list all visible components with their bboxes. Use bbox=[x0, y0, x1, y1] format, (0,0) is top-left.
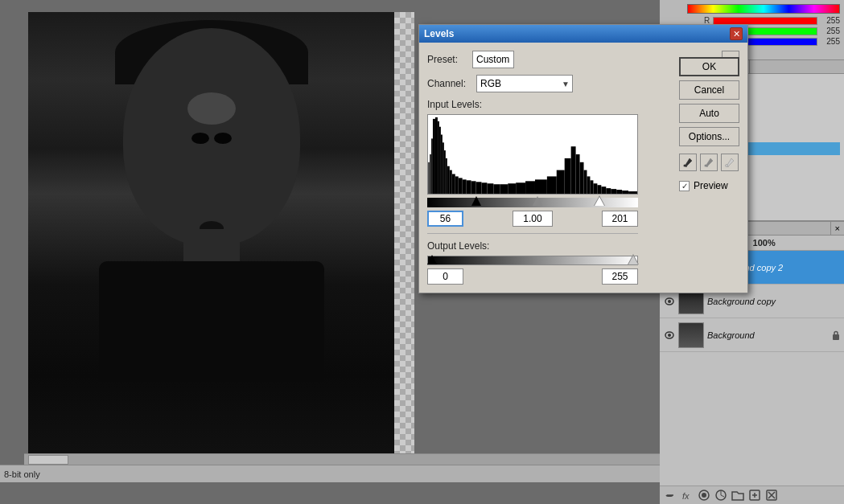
svg-rect-30 bbox=[467, 180, 471, 194]
svg-rect-40 bbox=[535, 179, 547, 194]
svg-rect-28 bbox=[459, 178, 463, 194]
svg-rect-37 bbox=[508, 183, 516, 194]
black-point-slider[interactable] bbox=[471, 196, 481, 206]
svg-rect-45 bbox=[576, 154, 580, 194]
svg-rect-26 bbox=[452, 174, 455, 195]
svg-rect-33 bbox=[481, 182, 487, 194]
preview-row: ✓ Preview bbox=[679, 180, 739, 191]
layer-name: Background copy bbox=[707, 297, 776, 306]
white-eyedropper-button[interactable] bbox=[721, 154, 739, 171]
svg-rect-34 bbox=[487, 183, 493, 194]
input-black-value[interactable] bbox=[427, 211, 463, 227]
delete-layer-icon[interactable] bbox=[765, 489, 778, 502]
auto-button[interactable]: Auto bbox=[679, 104, 739, 123]
white-eyedropper-icon bbox=[724, 157, 735, 168]
svg-point-9 bbox=[702, 493, 706, 498]
eye-left bbox=[191, 133, 209, 144]
channel-select-wrapper: RGB ▼ bbox=[476, 75, 573, 92]
svg-rect-16 bbox=[433, 119, 435, 194]
svg-rect-39 bbox=[525, 181, 535, 194]
channel-label: Channel: bbox=[427, 78, 471, 89]
layer-bottom-bar: fx bbox=[660, 486, 844, 504]
svg-rect-13 bbox=[428, 162, 430, 194]
input-values-row bbox=[427, 211, 638, 227]
output-levels-label: Output Levels: bbox=[427, 240, 638, 252]
layer-thumb bbox=[678, 322, 704, 348]
dialog-body: Preset: Custom ▼ ≡ Channel: RGB ▼ Input bbox=[419, 43, 747, 293]
svg-rect-54 bbox=[611, 189, 616, 194]
svg-rect-42 bbox=[557, 170, 565, 194]
bit-depth-info: 8-bit only bbox=[4, 469, 40, 479]
output-white-slider-fill[interactable] bbox=[628, 256, 638, 264]
svg-rect-55 bbox=[616, 190, 622, 194]
preset-select[interactable]: Custom bbox=[472, 51, 514, 68]
h-scrollbar[interactable] bbox=[24, 453, 660, 465]
svg-rect-51 bbox=[597, 185, 601, 194]
options-button[interactable]: Options... bbox=[679, 127, 739, 146]
svg-rect-17 bbox=[435, 117, 438, 194]
ok-button[interactable]: OK bbox=[679, 57, 739, 76]
svg-rect-57 bbox=[628, 191, 637, 194]
r-slider[interactable] bbox=[713, 17, 817, 25]
scrollbar-thumb[interactable] bbox=[28, 455, 68, 465]
white-point-slider-fill[interactable] bbox=[595, 197, 604, 206]
g-value: 255 bbox=[820, 27, 840, 35]
adjustment-icon[interactable] bbox=[714, 489, 727, 502]
svg-rect-25 bbox=[450, 170, 452, 194]
gray-eyedropper-button[interactable] bbox=[700, 154, 718, 171]
svg-point-58 bbox=[684, 165, 686, 167]
cancel-button[interactable]: Cancel bbox=[679, 80, 739, 100]
layers-panel-close[interactable]: × bbox=[830, 222, 844, 235]
layer-visibility-icon[interactable] bbox=[664, 330, 675, 341]
output-slider-wrapper bbox=[427, 256, 638, 265]
section-divider bbox=[427, 233, 638, 234]
input-white-value[interactable] bbox=[602, 211, 638, 227]
gray-eyedropper-icon bbox=[703, 157, 714, 168]
eye-right bbox=[214, 133, 232, 144]
output-black-value[interactable] bbox=[427, 268, 463, 285]
channel-select[interactable]: RGB bbox=[476, 75, 573, 92]
layer-visibility-icon[interactable] bbox=[664, 296, 675, 307]
svg-text:fx: fx bbox=[682, 491, 690, 501]
output-white-value[interactable] bbox=[602, 268, 638, 285]
layer-name: Background bbox=[707, 330, 755, 340]
bottom-toolbar: 8-bit only bbox=[0, 465, 660, 482]
dialog-close-button[interactable]: ✕ bbox=[730, 27, 743, 40]
svg-rect-18 bbox=[438, 121, 439, 194]
svg-rect-23 bbox=[446, 158, 447, 194]
dialog-buttons: OK Cancel Auto Options... bbox=[679, 57, 739, 191]
input-slider-container bbox=[427, 198, 638, 207]
input-levels-label: Input Levels: bbox=[427, 99, 638, 110]
input-mid-value[interactable] bbox=[513, 211, 553, 227]
black-eyedropper-button[interactable] bbox=[679, 154, 697, 171]
svg-rect-29 bbox=[463, 179, 467, 194]
preview-label: Preview bbox=[694, 180, 728, 191]
svg-rect-49 bbox=[590, 180, 593, 194]
svg-rect-50 bbox=[593, 183, 597, 194]
preview-checkbox[interactable]: ✓ bbox=[679, 181, 690, 191]
svg-rect-19 bbox=[439, 127, 441, 194]
levels-dialog: Levels ✕ Preset: Custom ▼ ≡ Channel: RGB… bbox=[418, 24, 748, 293]
layer-item[interactable]: Background bbox=[660, 318, 844, 352]
output-black-slider[interactable] bbox=[427, 255, 437, 264]
svg-rect-24 bbox=[447, 166, 450, 194]
svg-point-5 bbox=[668, 334, 671, 337]
input-slider-track[interactable] bbox=[427, 198, 638, 207]
output-values-row bbox=[427, 268, 638, 285]
midtone-slider[interactable] bbox=[533, 196, 542, 206]
dialog-titlebar: Levels ✕ bbox=[419, 25, 747, 43]
forehead-highlight bbox=[187, 92, 236, 125]
folder-icon[interactable] bbox=[731, 489, 744, 502]
dialog-title: Levels bbox=[424, 28, 454, 39]
fill-value: 100% bbox=[753, 238, 776, 248]
color-swatch-bar bbox=[687, 4, 840, 14]
new-layer-icon[interactable] bbox=[748, 489, 761, 502]
mask-icon[interactable] bbox=[698, 489, 710, 502]
fx-icon[interactable]: fx bbox=[681, 489, 694, 502]
svg-rect-52 bbox=[601, 186, 606, 194]
output-slider-track[interactable] bbox=[427, 256, 638, 265]
face-silhouette bbox=[75, 12, 348, 382]
svg-point-3 bbox=[668, 300, 671, 303]
link-icon[interactable] bbox=[664, 489, 677, 502]
body-shirt bbox=[99, 261, 324, 382]
